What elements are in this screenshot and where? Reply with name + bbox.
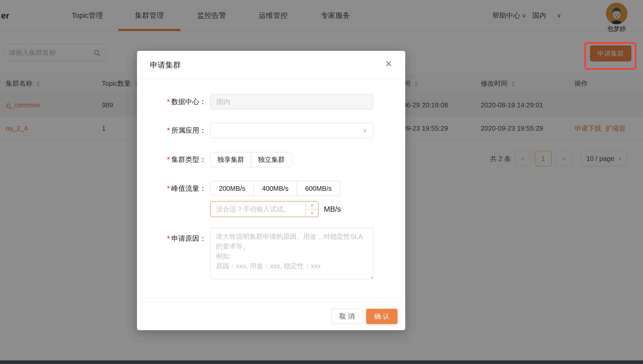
app-screen: er Topic管理 集群管理 监控告警 运维管控 专家服务 帮助中心 ∨ 国内…	[0, 0, 643, 364]
peak-traffic-group: 200MB/s 400MB/s 600MB/s	[210, 181, 340, 196]
reason-textarea[interactable]	[210, 228, 373, 279]
app-label: *所属应用：	[167, 123, 206, 138]
required-mark: *	[167, 126, 170, 134]
app-select[interactable]: ∨	[210, 123, 373, 138]
cluster-type-independent-button[interactable]: 独立集群	[251, 152, 292, 167]
modal-title: 申请集群	[150, 51, 181, 79]
traffic-200-button[interactable]: 200MB/s	[210, 181, 254, 196]
chevron-down-icon: ∨	[362, 123, 367, 138]
traffic-400-button[interactable]: 400MB/s	[254, 181, 297, 196]
traffic-unit-label: MB/s	[324, 201, 341, 217]
datacenter-input	[210, 94, 373, 109]
apply-cluster-modal: 申请集群 ✕ *数据中心： *所属应用： ∨ *集群类型： 独享集群 独立集群 …	[137, 51, 405, 330]
custom-traffic-field: ∧ ∨	[210, 201, 319, 217]
modal-footer: 取 消 确 认	[137, 302, 405, 330]
custom-traffic-input[interactable]	[211, 202, 301, 217]
required-mark: *	[167, 235, 170, 242]
stepper-down-icon[interactable]: ∨	[306, 209, 318, 217]
modal-header: 申请集群 ✕	[137, 51, 405, 79]
stepper-up-icon[interactable]: ∧	[306, 202, 318, 209]
required-mark: *	[167, 156, 170, 163]
datacenter-label: *数据中心：	[167, 94, 206, 109]
confirm-button[interactable]: 确 认	[366, 309, 397, 324]
number-stepper: ∧ ∨	[306, 202, 318, 217]
close-icon[interactable]: ✕	[384, 59, 394, 68]
traffic-600-button[interactable]: 600MB/s	[297, 181, 340, 196]
reason-label: *申请原因：	[167, 233, 206, 244]
cluster-type-label: *集群类型：	[167, 152, 206, 167]
cancel-button[interactable]: 取 消	[331, 309, 363, 324]
cluster-type-group: 独享集群 独立集群	[210, 152, 292, 167]
required-mark: *	[167, 98, 170, 106]
cluster-type-exclusive-button[interactable]: 独享集群	[210, 152, 251, 167]
peak-traffic-label: *峰值流量：	[167, 181, 206, 196]
required-mark: *	[167, 185, 170, 192]
